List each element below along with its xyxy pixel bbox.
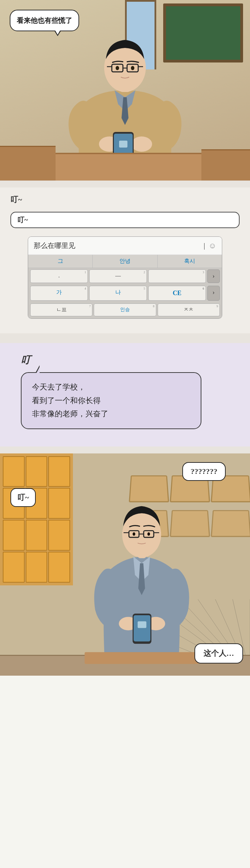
locker-7 [3,520,25,551]
key-dot[interactable]: 1 . [30,269,88,283]
locker-2 [26,456,48,487]
key-inseung[interactable]: 8 인승 [94,303,156,316]
svg-rect-33 [85,652,199,664]
autocomplete-1[interactable]: 그 [28,255,93,268]
small-bubble-text: 叮~ [17,216,28,224]
bubble-text-1: 看来他也有些慌了 [17,17,72,24]
key-jieut[interactable]: 9 ㅈㅊ [158,303,220,316]
autocomplete-3[interactable]: 혹시 [158,255,222,268]
key-CE[interactable]: 6 CE [148,286,206,301]
separator-2 [0,333,250,343]
panel-message-received: 叮 今天去了学校， 看到了一个和你长得 非常像的老师，兴奋了 [0,343,250,446]
ding-text-1: 叮~ [10,195,22,204]
desk-right [201,149,250,181]
svg-point-13 [131,136,152,152]
key-arrow-right-2[interactable]: › [207,286,220,301]
desk-left [0,146,56,181]
key-dash[interactable]: 2 — [89,269,147,283]
bubble-tail-inner [55,30,60,35]
phone-interface: 那么在哪里见 | ☺ 그 안녕 혹시 1 . 2 — 3 › [28,236,222,319]
svg-rect-16 [119,141,127,148]
this-person-text: 这个人… [203,649,234,658]
locker-8 [26,520,48,551]
emoji-button[interactable]: ☺ [209,241,216,250]
ding-mark: 叮 [21,353,236,367]
separator-3 [0,446,250,453]
speech-bubble-1: 看来他也有些慌了 [10,10,79,31]
svg-point-26 [133,532,135,536]
svg-point-11 [131,66,134,70]
key-empty-3[interactable]: 3 [148,269,206,283]
locker-10 [3,552,25,583]
panel-message-keyboard: 叮~ 叮~ 那么在哪里见 | ☺ 그 안녕 혹시 1 . 2 — [0,187,250,333]
autocomplete-2[interactable]: 안녕 [93,255,157,268]
key-arrow-right-1[interactable]: › [207,269,220,283]
ding-text-3: 叮 [21,354,31,365]
message-text: 那么在哪里见 [34,241,200,250]
separator-1 [0,181,250,187]
panel-teacher-surprised: ??????? 叮~ [0,453,250,676]
question-bubble: ??????? [182,462,226,481]
svg-point-10 [116,66,119,70]
message-input-bar[interactable]: 那么在哪里见 | ☺ [28,237,222,255]
keyboard-row-symbols: 1 . 2 — 3 › [28,268,222,284]
ding-text-4: 叮~ [17,493,29,502]
keyboard-row-korean-2: 7 ㄴ프 8 인승 9 ㅈㅊ [28,302,222,318]
svg-rect-31 [134,615,150,641]
ding-sound-1: 叮~ [10,194,240,205]
autocomplete-bar: 그 안녕 혹시 [28,255,222,268]
question-text: ??????? [191,467,217,476]
locker-11 [26,552,48,583]
locker-1 [3,456,25,487]
ding-bubble-2: 叮~ [10,488,36,507]
bubble-tail-top-inner [36,367,40,374]
svg-rect-32 [138,621,146,628]
key-ga[interactable]: 4 가 [30,286,88,301]
message-bubble: 今天去了学校， 看到了一个和你长得 非常像的老师，兴奋了 [21,372,201,429]
cursor-blink: | [204,242,205,250]
keyboard-row-korean-1: 4 가 5 나 6 CE › [28,284,222,302]
panel-classroom-teacher: 看来他也有些慌了 [0,0,250,181]
small-bubble: 叮~ [10,212,240,228]
this-person-bubble: 这个人… [194,643,243,663]
key-na[interactable]: 5 나 [89,286,147,301]
message-content: 今天去了学校， 看到了一个和你长得 非常像的老师，兴奋了 [32,383,108,418]
key-nieun[interactable]: 7 ㄴ프 [30,303,92,316]
svg-point-27 [147,532,150,536]
